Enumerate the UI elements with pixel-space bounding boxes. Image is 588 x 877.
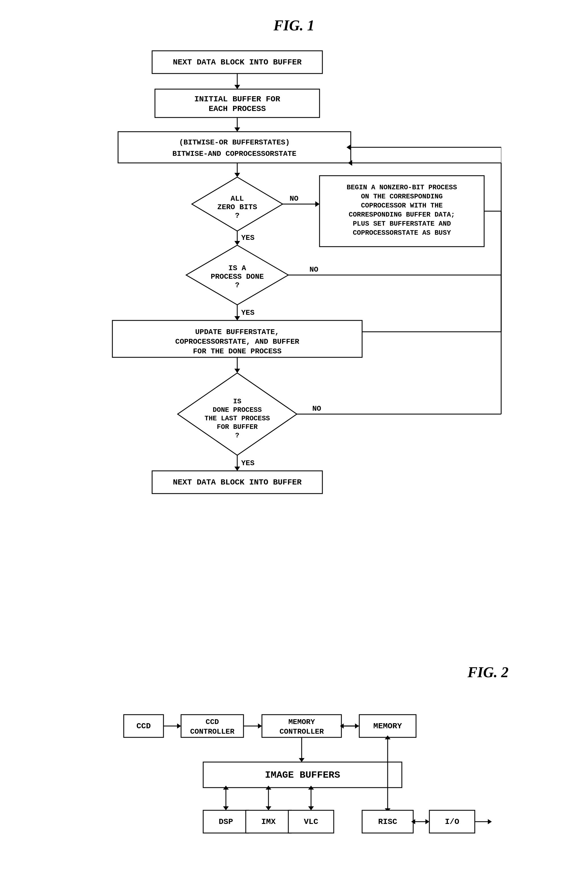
box-initial-buffer2: EACH PROCESS	[208, 105, 266, 113]
svg-marker-22	[234, 316, 240, 321]
box-dsp: DSP	[219, 817, 233, 826]
box-nonzero3: COPROCESSOR WITH THE	[361, 202, 443, 210]
box-ccd-ctrl1: CCD	[206, 718, 219, 726]
box-ccd: CCD	[136, 722, 151, 730]
diamond-last-proc4: FOR BUFFER	[217, 423, 258, 431]
diamond-last-proc1: IS	[233, 397, 242, 405]
box-update1: UPDATE BUFFERSTATE,	[195, 328, 279, 336]
box-bitwise2: BITWISE-AND COPROCESSORSTATE	[172, 150, 297, 158]
flowchart-fig1: NEXT DATA BLOCK INTO BUFFER INITIAL BUFF…	[67, 45, 521, 641]
box-initial-buffer: INITIAL BUFFER FOR	[194, 95, 280, 103]
diamond-process-done2: PROCESS DONE	[211, 273, 264, 281]
box-io: I/O	[445, 817, 459, 826]
svg-marker-42	[258, 723, 262, 729]
box-mem-ctrl2: CONTROLLER	[279, 727, 324, 736]
box-risc: RISC	[378, 817, 397, 826]
svg-marker-57	[266, 807, 271, 810]
diamond-all-zero3: ?	[235, 211, 240, 220]
box-mem-ctrl1: MEMORY	[288, 718, 315, 726]
diamond-process-done1: IS A	[228, 264, 246, 273]
svg-marker-8	[234, 173, 240, 177]
box-memory: MEMORY	[374, 722, 402, 730]
page: FIG. 1 NEXT DATA BLOCK INTO BUFFER INITI…	[0, 0, 588, 877]
fig2-title: FIG. 2	[23, 664, 508, 681]
svg-marker-25	[234, 369, 240, 373]
label-yes3: YES	[241, 459, 255, 468]
box-bitwise1: (BITWISE-OR BUFFERSTATES)	[179, 138, 290, 147]
svg-marker-39	[177, 723, 181, 729]
fig2-section: FIG. 2 CCD CCD CONTROLLER MEMORY CONTROL…	[23, 664, 565, 862]
svg-marker-70	[425, 819, 429, 824]
svg-marker-11	[315, 201, 320, 207]
svg-marker-74	[488, 819, 492, 824]
box-nonzero5: PLUS SET BUFFERSTATE AND	[353, 220, 451, 228]
box-image-buffers: IMAGE BUFFERS	[265, 770, 340, 781]
box-nonzero4: CORRESPONDING BUFFER DATA;	[349, 211, 455, 219]
svg-marker-35	[234, 466, 240, 471]
diamond-all-zero1: ALL	[231, 195, 244, 203]
box-nonzero2: ON THE CORRESPONDING	[361, 193, 443, 200]
svg-marker-51	[299, 758, 304, 762]
svg-marker-60	[308, 807, 314, 810]
label-yes1: YES	[241, 234, 255, 242]
diamond-last-proc2: DONE PROCESS	[213, 406, 262, 414]
box-update2: COPROCESSORSTATE, AND BUFFER	[176, 337, 299, 346]
svg-marker-54	[223, 807, 229, 810]
svg-marker-2	[234, 85, 240, 89]
box-next-data-bottom: NEXT DATA BLOCK INTO BUFFER	[173, 478, 302, 487]
label-yes2: YES	[241, 309, 255, 317]
svg-marker-26	[178, 373, 297, 455]
svg-rect-6	[118, 132, 351, 163]
svg-marker-5	[234, 127, 240, 132]
diamond-last-proc5: ?	[235, 432, 239, 439]
fig1-title: FIG. 1	[23, 17, 565, 34]
box-update3: FOR THE DONE PROCESS	[193, 347, 282, 355]
box-imx: IMX	[261, 817, 276, 826]
diamond-last-proc3: THE LAST PROCESS	[205, 415, 270, 422]
diamond-process-done3: ?	[235, 281, 240, 289]
label-no2: NO	[309, 265, 318, 274]
label-no1: NO	[290, 195, 298, 203]
box-nonzero6: COPROCESSORSTATE AS BUSY	[353, 229, 451, 237]
diamond-all-zero2: ZERO BITS	[218, 203, 257, 211]
box-ccd-ctrl2: CONTROLLER	[190, 727, 234, 736]
box-vlc: VLC	[304, 817, 318, 826]
label-no3: NO	[312, 405, 321, 413]
svg-marker-18	[234, 241, 240, 245]
fig2-block-diagram: CCD CCD CONTROLLER MEMORY CONTROLLER	[67, 692, 521, 862]
box-next-data-top: NEXT DATA BLOCK INTO BUFFER	[173, 58, 302, 67]
box-nonzero1: BEGIN A NONZERO-BIT PROCESS	[347, 184, 457, 191]
